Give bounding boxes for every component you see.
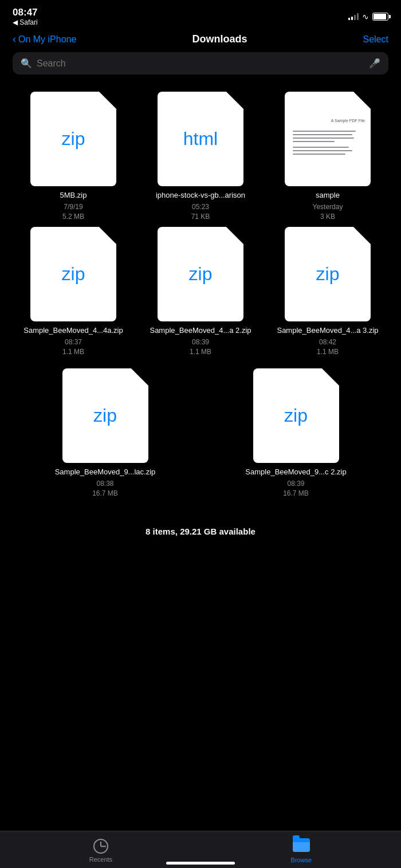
microphone-icon[interactable]: 🎤 <box>369 58 380 69</box>
file-type-label: zip <box>316 264 340 285</box>
back-chevron-icon: ‹ <box>13 33 16 45</box>
file-meta: 7/9/195.2 MB <box>62 202 84 222</box>
wifi-icon: ∿ <box>362 12 369 21</box>
file-type-label: zip <box>93 405 117 426</box>
status-left: 08:47 ◀ Safari <box>13 7 38 26</box>
search-bar[interactable]: 🔍 🎤 <box>13 52 388 74</box>
search-input[interactable] <box>37 58 364 69</box>
list-item[interactable]: zip Sample_BeeMoved_4...a 2.zip 08:391.1… <box>140 227 261 356</box>
recents-icon <box>93 839 108 854</box>
pdf-lines <box>285 125 371 163</box>
browse-label: Browse <box>291 857 312 863</box>
back-label: On My iPhone <box>18 34 76 45</box>
file-name: iphone-stock-vs-gb...arison <box>156 191 245 201</box>
tab-browse[interactable]: Browse <box>291 838 312 863</box>
file-meta: 08:3816.7 MB <box>92 479 118 498</box>
back-button[interactable]: ‹ On My iPhone <box>13 33 76 45</box>
status-right: ∿ <box>348 12 388 21</box>
file-name: 5MB.zip <box>60 191 87 201</box>
file-icon-zip: zip <box>30 92 116 186</box>
file-grid: zip 5MB.zip 7/9/195.2 MB html iphone-sto… <box>0 86 401 363</box>
file-grid-row3: zip Sample_BeeMoved_9...lac.zip 08:3816.… <box>0 363 401 504</box>
file-name: Sample_BeeMoved_9...c 2.zip <box>245 468 346 477</box>
list-item[interactable]: zip Sample_BeeMoved_4...4a.zip 08:371.1 … <box>13 227 134 356</box>
file-type-label: zip <box>189 264 213 285</box>
list-item[interactable]: zip 5MB.zip 7/9/195.2 MB <box>13 92 134 221</box>
file-icon-pdf: A Sample PDF File <box>285 92 371 186</box>
file-icon-html: html <box>158 92 243 186</box>
status-time: 08:47 <box>13 7 37 17</box>
file-name: Sample_BeeMoved_4...a 2.zip <box>150 326 251 336</box>
file-icon-zip: zip <box>30 227 116 321</box>
file-name: Sample_BeeMoved_4...a 3.zip <box>277 326 378 336</box>
page-title: Downloads <box>192 33 247 45</box>
file-meta: Yesterday3 KB <box>313 202 343 222</box>
file-meta: 05:2371 KB <box>191 202 210 222</box>
list-item[interactable]: zip Sample_BeeMoved_9...c 2.zip 08:3916.… <box>203 368 388 498</box>
storage-info: 8 items, 29.21 GB available <box>0 504 401 553</box>
list-item[interactable]: A Sample PDF File sample Yesterday3 KB <box>267 92 388 221</box>
file-type-label: zip <box>62 264 85 285</box>
recents-label: Recents <box>89 856 112 863</box>
file-meta: 08:3916.7 MB <box>283 479 309 498</box>
home-indicator <box>166 862 235 865</box>
file-name: Sample_BeeMoved_9...lac.zip <box>55 468 156 477</box>
browse-icon <box>293 838 310 854</box>
file-meta: 08:421.1 MB <box>317 337 339 357</box>
file-meta: 08:371.1 MB <box>62 337 84 357</box>
file-name: Sample_BeeMoved_4...4a.zip <box>23 326 123 336</box>
list-item[interactable]: html iphone-stock-vs-gb...arison 05:2371… <box>140 92 261 221</box>
list-item[interactable]: zip Sample_BeeMoved_9...lac.zip 08:3816.… <box>13 368 198 498</box>
tab-recents[interactable]: Recents <box>89 839 112 863</box>
file-type-label: html <box>183 128 218 150</box>
file-type-label: zip <box>284 405 308 426</box>
file-type-label: zip <box>62 128 85 150</box>
file-name: sample <box>316 191 340 201</box>
select-button[interactable]: Select <box>363 34 388 45</box>
nav-bar: ‹ On My iPhone Downloads Select <box>0 29 401 52</box>
pdf-header-text: A Sample PDF File <box>285 115 371 125</box>
status-bar: 08:47 ◀ Safari ∿ <box>0 0 401 29</box>
battery-icon <box>372 13 388 21</box>
file-meta: 08:391.1 MB <box>190 337 211 357</box>
list-item[interactable]: zip Sample_BeeMoved_4...a 3.zip 08:421.1… <box>267 227 388 356</box>
status-app: ◀ Safari <box>13 18 38 26</box>
file-icon-zip: zip <box>158 227 243 321</box>
file-icon-zip: zip <box>285 227 371 321</box>
file-icon-zip: zip <box>253 368 339 463</box>
search-icon: 🔍 <box>21 58 32 69</box>
file-icon-zip: zip <box>62 368 148 463</box>
signal-icon <box>348 13 359 20</box>
